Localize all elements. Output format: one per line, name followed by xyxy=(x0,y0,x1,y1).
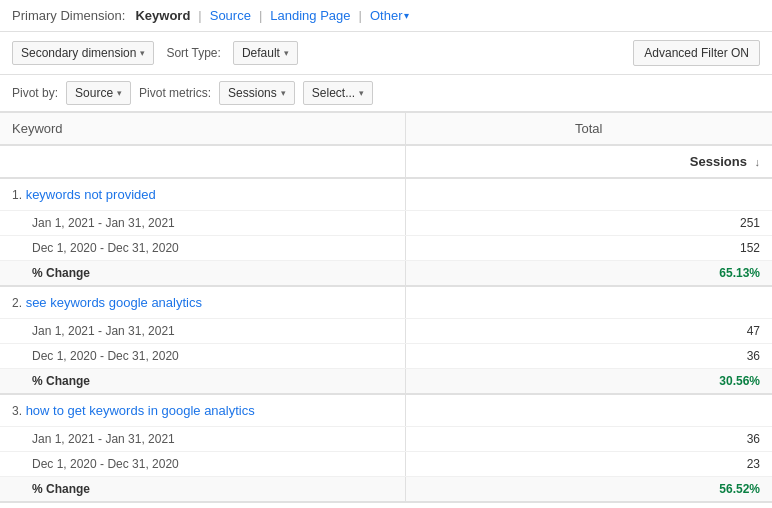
keyword-sessions-empty xyxy=(405,394,772,427)
primary-dim-label: Primary Dimension: xyxy=(12,8,125,23)
date-row: Dec 1, 2020 - Dec 31, 2020 23 xyxy=(0,452,772,477)
keyword-link[interactable]: see keywords google analytics xyxy=(26,295,202,310)
pivot-metrics-btn[interactable]: Sessions ▾ xyxy=(219,81,295,105)
date-row: Jan 1, 2021 - Jan 31, 2021 47 xyxy=(0,319,772,344)
date-sessions: 47 xyxy=(405,319,772,344)
total-header: Total xyxy=(405,113,772,146)
secondary-dimension-btn[interactable]: Secondary dimension ▾ xyxy=(12,41,154,65)
keyword-col-header: Keyword xyxy=(0,113,405,146)
sort-default-label: Default xyxy=(242,46,280,60)
percent-row: % Change 56.52% xyxy=(0,477,772,503)
keyword-link[interactable]: how to get keywords in google analytics xyxy=(26,403,255,418)
dim-other-label: Other xyxy=(370,8,403,23)
pivot-by-arrow-icon: ▾ xyxy=(117,88,122,98)
date-row: Dec 1, 2020 - Dec 31, 2020 152 xyxy=(0,236,772,261)
date-row: Jan 1, 2021 - Jan 31, 2021 251 xyxy=(0,211,772,236)
dim-source[interactable]: Source xyxy=(210,8,251,23)
sessions-sort-arrow-icon: ↓ xyxy=(755,156,761,168)
pivot-select-btn[interactable]: Select... ▾ xyxy=(303,81,373,105)
date-label: Dec 1, 2020 - Dec 31, 2020 xyxy=(0,452,405,477)
keyword-link[interactable]: keywords not provided xyxy=(26,187,156,202)
dim-other-dropdown[interactable]: Other ▾ xyxy=(370,8,410,23)
pivot-select-label: Select... xyxy=(312,86,355,100)
keyword-sessions-empty xyxy=(405,286,772,319)
date-label: Dec 1, 2020 - Dec 31, 2020 xyxy=(0,344,405,369)
percent-value: 65.13% xyxy=(405,261,772,287)
pivot-by-btn[interactable]: Source ▾ xyxy=(66,81,131,105)
date-sessions: 23 xyxy=(405,452,772,477)
controls-bar: Secondary dimension ▾ Sort Type: Default… xyxy=(0,32,772,75)
advanced-filter-btn[interactable]: Advanced Filter ON xyxy=(633,40,760,66)
other-dropdown-arrow-icon: ▾ xyxy=(404,10,409,21)
percent-value: 56.52% xyxy=(405,477,772,503)
keyword-sessions-empty xyxy=(405,178,772,211)
secondary-dimension-label: Secondary dimension xyxy=(21,46,136,60)
table-row: 3. how to get keywords in google analyti… xyxy=(0,394,772,427)
date-label: Jan 1, 2021 - Jan 31, 2021 xyxy=(0,211,405,236)
sessions-col-header: Sessions ↓ xyxy=(405,145,772,178)
sort-type-btn[interactable]: Default ▾ xyxy=(233,41,298,65)
pivot-metrics-label: Pivot metrics: xyxy=(139,86,211,100)
pivot-metrics-arrow-icon: ▾ xyxy=(281,88,286,98)
sort-arrow-icon: ▾ xyxy=(284,48,289,58)
percent-value: 30.56% xyxy=(405,369,772,395)
date-sessions: 36 xyxy=(405,427,772,452)
date-label: Jan 1, 2021 - Jan 31, 2021 xyxy=(0,319,405,344)
date-label: Dec 1, 2020 - Dec 31, 2020 xyxy=(0,236,405,261)
row-number: 3. xyxy=(12,404,22,418)
dim-keyword[interactable]: Keyword xyxy=(135,8,190,23)
percent-label: % Change xyxy=(0,261,405,287)
pivot-metrics-value: Sessions xyxy=(228,86,277,100)
date-sessions: 251 xyxy=(405,211,772,236)
percent-label: % Change xyxy=(0,369,405,395)
table-row: 1. keywords not provided xyxy=(0,178,772,211)
table-row: 2. see keywords google analytics xyxy=(0,286,772,319)
pivot-by-label: Pivot by: xyxy=(12,86,58,100)
date-label: Jan 1, 2021 - Jan 31, 2021 xyxy=(0,427,405,452)
data-table: Keyword Total Sessions ↓ 1. keywords not… xyxy=(0,112,772,503)
pivot-by-value: Source xyxy=(75,86,113,100)
pivot-select-arrow-icon: ▾ xyxy=(359,88,364,98)
percent-label: % Change xyxy=(0,477,405,503)
secondary-dim-arrow-icon: ▾ xyxy=(140,48,145,58)
date-sessions: 152 xyxy=(405,236,772,261)
date-row: Dec 1, 2020 - Dec 31, 2020 36 xyxy=(0,344,772,369)
row-number: 2. xyxy=(12,296,22,310)
pivot-bar: Pivot by: Source ▾ Pivot metrics: Sessio… xyxy=(0,75,772,112)
advanced-filter-label: Advanced Filter ON xyxy=(644,46,749,60)
primary-dimension-bar: Primary Dimension: Keyword | Source | La… xyxy=(0,0,772,32)
date-sessions: 36 xyxy=(405,344,772,369)
row-number: 1. xyxy=(12,188,22,202)
sort-type-label: Sort Type: xyxy=(166,46,220,60)
percent-row: % Change 30.56% xyxy=(0,369,772,395)
date-row: Jan 1, 2021 - Jan 31, 2021 36 xyxy=(0,427,772,452)
table-header-row: Keyword Total xyxy=(0,113,772,146)
dim-landing-page[interactable]: Landing Page xyxy=(270,8,350,23)
percent-row: % Change 65.13% xyxy=(0,261,772,287)
sessions-header-row: Sessions ↓ xyxy=(0,145,772,178)
